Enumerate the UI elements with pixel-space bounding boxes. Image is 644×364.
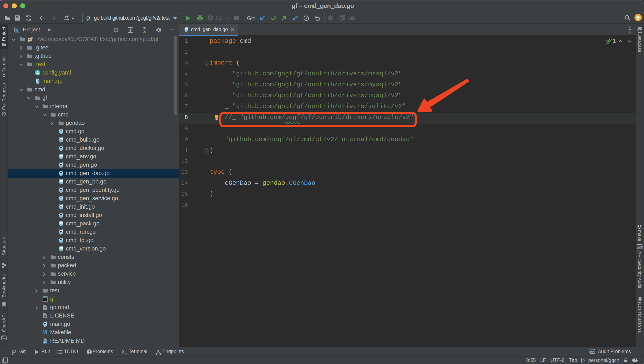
svg-text:/API: /API	[638, 246, 642, 248]
svg-text:/API: /API	[2, 337, 6, 340]
svg-text:/API: /API	[590, 350, 594, 353]
svg-text:?: ?	[634, 358, 636, 362]
svg-text:MD: MD	[44, 342, 46, 344]
